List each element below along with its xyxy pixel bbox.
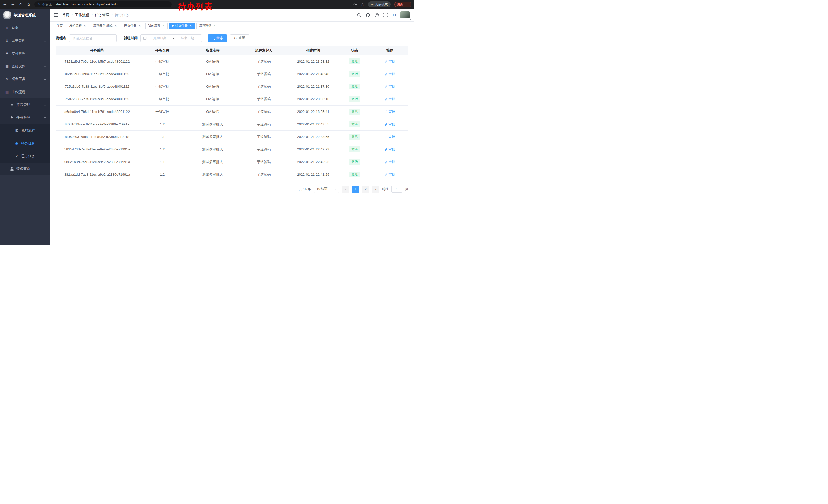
back-icon[interactable]: ← (3, 2, 7, 7)
search-button-label: 搜索 (216, 36, 223, 41)
tab-close-icon[interactable]: × (83, 24, 86, 28)
reset-button[interactable]: ↻ 重置 (230, 34, 249, 42)
approve-label: 审批 (388, 72, 395, 77)
browser-home-icon[interactable]: ⌂ (27, 2, 31, 7)
approve-link[interactable]: 审批 (384, 97, 395, 101)
tab-my-process[interactable]: 我的流程× (146, 22, 168, 29)
fullscreen-icon[interactable] (383, 13, 388, 17)
browser-menu-icon[interactable]: ⋮ (405, 3, 409, 6)
sidebar-item-task-management[interactable]: ⚑任务管理 (0, 111, 50, 124)
url-text[interactable]: dashboard.yudao.iocoder.cn/bpm/task/todo (56, 3, 118, 6)
tab-close-icon[interactable]: × (162, 24, 165, 28)
sidebar-item-my-process[interactable]: ✉我的流程 (0, 124, 50, 137)
breadcrumb-item[interactable]: 工作流程 (75, 13, 89, 17)
page-size-value: 10条/页 (317, 187, 327, 191)
chevron-down-icon (44, 78, 46, 80)
status-cell: 激活 (338, 143, 371, 155)
tab-process-form-edit[interactable]: 流程表单-编辑× (90, 22, 120, 29)
sidebar-item-system-management[interactable]: ⚙系统管理 (0, 34, 50, 47)
goto-page-input[interactable] (391, 186, 402, 192)
calendar-icon (143, 36, 147, 40)
sidebar-item-dev-tools[interactable]: ⚒研发工具 (0, 73, 50, 86)
approve-link[interactable]: 审批 (384, 172, 395, 177)
tab-close-icon[interactable]: × (213, 24, 216, 28)
approve-link[interactable]: 审批 (384, 160, 395, 164)
page-size-select[interactable]: 10条/页 (314, 186, 339, 193)
approve-link[interactable]: 审批 (384, 72, 395, 77)
approve-link[interactable]: 审批 (384, 135, 395, 139)
process-cell: 测试多审批人 (186, 131, 239, 143)
breadcrumb-item[interactable]: 任务管理 (95, 13, 109, 17)
initiator-cell: 芋道源码 (239, 105, 289, 118)
column-header: 操作 (371, 46, 408, 55)
task-name-cell: 一级审批 (138, 68, 186, 80)
search-icon[interactable] (357, 13, 361, 17)
hamburger-icon[interactable] (54, 13, 58, 17)
tools-icon: ⚒ (5, 77, 9, 81)
sidebar-item-label: 研发工具 (11, 77, 42, 82)
approve-link[interactable]: 审批 (384, 147, 395, 152)
breadcrumb-item[interactable]: 首页 (62, 13, 69, 17)
approve-link[interactable]: 审批 (384, 122, 395, 127)
address-bar[interactable]: ⚠ 不安全 dashboard.yudao.iocoder.cn/bpm/tas… (34, 1, 172, 7)
task-id-cell: 725a1eb6-7b88-11ec-8ef0-acde48001122 (56, 80, 138, 93)
tab-process-detail[interactable]: 流程详情× (197, 22, 219, 29)
sidebar-item-home[interactable]: ⌂首页 (0, 21, 50, 34)
status-badge: 激活 (349, 109, 360, 114)
sidebar-item-todo-task[interactable]: ◉待办任务 (0, 137, 50, 150)
tab-todo-task[interactable]: 待办任务× (169, 22, 195, 29)
approve-link[interactable]: 审批 (384, 84, 395, 89)
status-badge: 激活 (349, 159, 360, 165)
table-row: 725a1eb6-7b88-11ec-8ef0-acde48001122一级审批… (56, 80, 408, 93)
github-icon[interactable] (366, 13, 370, 17)
page-2-button[interactable]: 2 (362, 186, 369, 193)
page-1-button[interactable]: 1 (352, 186, 359, 193)
sidebar-item-leave-query[interactable]: 请假查询 (0, 163, 50, 175)
goto-label: 前往 (382, 187, 388, 191)
edit-icon (384, 148, 387, 151)
sidebar-item-label: 待办任务 (21, 141, 46, 146)
action-cell: 审批 (371, 131, 408, 143)
reset-button-label: 重置 (239, 36, 245, 41)
next-page-button[interactable]: › (372, 186, 379, 193)
approve-label: 审批 (388, 172, 395, 177)
action-cell: 审批 (371, 168, 408, 181)
approve-label: 审批 (388, 97, 395, 101)
create-time-range-picker[interactable]: 开始日期 - 结束日期 (140, 34, 202, 42)
sidebar-item-workflow[interactable]: ▦工作流程 (0, 86, 50, 98)
incognito-icon: ∞ (371, 3, 374, 6)
status-cell: 激活 (338, 131, 371, 143)
process-name-input[interactable] (69, 34, 117, 42)
chevron-down-icon (335, 188, 337, 190)
status-badge: 激活 (349, 84, 360, 89)
app-title: 芋道管理系统 (13, 13, 36, 18)
approve-label: 审批 (388, 59, 395, 64)
sidebar-item-process-management[interactable]: ≡流程管理 (0, 98, 50, 111)
tab-start-process[interactable]: 发起流程× (67, 22, 89, 29)
sidebar: 芋道管理系统 ⌂首页⚙系统管理¥支付管理▤基础设施⚒研发工具▦工作流程≡流程管理… (0, 9, 50, 245)
sidebar-item-payment-management[interactable]: ¥支付管理 (0, 47, 50, 60)
sidebar-item-done-task[interactable]: ✓已办任务 (0, 150, 50, 163)
end-date-placeholder: 结束日期 (176, 36, 199, 41)
tab-close-icon[interactable]: × (189, 24, 192, 28)
tab-done-task[interactable]: 已办任务× (122, 22, 144, 29)
tab-close-icon[interactable]: × (114, 24, 118, 28)
sidebar-item-label: 工作流程 (11, 90, 42, 94)
sidebar-item-infrastructure[interactable]: ▤基础设施 (0, 60, 50, 73)
tab-home[interactable]: 首页 (54, 22, 65, 29)
approve-link[interactable]: 审批 (384, 109, 395, 114)
bookmark-star-icon[interactable]: ☆ (361, 2, 364, 7)
forward-icon[interactable]: → (10, 2, 15, 7)
key-icon[interactable] (353, 2, 357, 6)
my-process-icon: ✉ (15, 129, 19, 133)
font-size-icon[interactable]: TT (392, 13, 396, 17)
update-button[interactable]: 更新 ⋮ (394, 2, 411, 7)
search-button[interactable]: 搜索 (208, 34, 227, 42)
sidebar-menu: ⌂首页⚙系统管理¥支付管理▤基础设施⚒研发工具▦工作流程≡流程管理⚑任务管理✉我… (0, 21, 50, 175)
reload-icon[interactable]: ↻ (18, 2, 23, 7)
tab-close-icon[interactable]: × (138, 24, 141, 28)
approve-link[interactable]: 审批 (384, 59, 395, 64)
help-icon[interactable] (374, 13, 379, 17)
prev-page-button[interactable]: ‹ (342, 186, 349, 193)
user-avatar[interactable]: ▾ (401, 11, 410, 19)
